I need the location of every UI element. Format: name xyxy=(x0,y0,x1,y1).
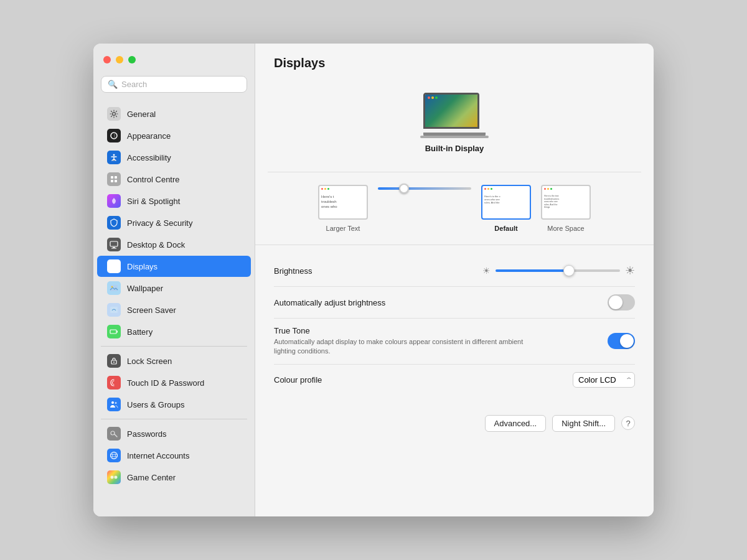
siri-icon xyxy=(107,194,121,208)
battery-icon xyxy=(107,325,121,338)
brightness-control: ☀ ☀ xyxy=(482,264,635,278)
svg-rect-16 xyxy=(110,307,118,313)
auto-brightness-toggle[interactable] xyxy=(608,294,635,310)
sidebar-item-control-centre[interactable]: Control Centre xyxy=(97,169,251,190)
true-tone-toggle[interactable] xyxy=(608,333,635,349)
screensaver-icon xyxy=(107,303,121,317)
sidebar-item-label: Lock Screen xyxy=(127,357,172,366)
help-button[interactable]: ? xyxy=(621,416,635,430)
titlebar xyxy=(93,44,255,76)
sidebar-item-internet[interactable]: Internet Accounts xyxy=(97,445,251,466)
res-option-default[interactable]: Here's to the cones who seerules. And th… xyxy=(481,185,531,232)
brightness-low-icon: ☀ xyxy=(482,266,491,276)
sidebar-item-battery[interactable]: Battery xyxy=(97,321,251,342)
sidebar: 🔍 General Appearance xyxy=(93,44,255,516)
nav-list: General Appearance Accessibility xyxy=(93,100,255,491)
sidebar-item-label: Control Centre xyxy=(127,175,180,184)
sidebar-item-label: Siri & Spotlight xyxy=(127,197,180,206)
desktop-icon xyxy=(107,238,121,251)
sidebar-item-desktop[interactable]: Desktop & Dock xyxy=(97,234,251,255)
brightness-slider[interactable] xyxy=(496,269,620,272)
sidebar-item-appearance[interactable]: Appearance xyxy=(97,125,251,146)
res-slider-container xyxy=(378,187,471,190)
advanced-button[interactable]: Advanced... xyxy=(485,415,547,432)
svg-rect-14 xyxy=(110,285,118,291)
svg-point-22 xyxy=(111,401,114,404)
sidebar-item-label: Passwords xyxy=(127,429,167,439)
sidebar-item-displays[interactable]: Displays xyxy=(97,256,251,277)
search-box[interactable]: 🔍 xyxy=(101,76,247,93)
svg-rect-18 xyxy=(117,331,118,333)
brightness-label: Brightness xyxy=(274,266,312,276)
sidebar-item-privacy[interactable]: Privacy & Security xyxy=(97,212,251,233)
true-tone-row: True Tone Automatically adapt display to… xyxy=(274,319,635,365)
main-content: Displays Built-in Display xyxy=(255,44,654,516)
password-icon xyxy=(107,427,121,441)
colour-profile-select[interactable]: Color LCD sRGB Display P3 AdobeRGB xyxy=(573,372,635,388)
sidebar-item-label: Privacy & Security xyxy=(127,218,192,228)
res-option-more-space[interactable]: Here is the texttroubleshootersones who … xyxy=(541,185,591,232)
brightness-row: Brightness ☀ ☀ xyxy=(274,255,635,287)
sidebar-item-siri[interactable]: Siri & Spotlight xyxy=(97,190,251,212)
appearance-icon xyxy=(107,129,121,142)
res-preview-default: Here's to the cones who seerules. And th… xyxy=(481,185,531,220)
search-input[interactable] xyxy=(121,80,240,89)
colour-profile-row: Colour profile Color LCD sRGB Display P3… xyxy=(274,365,635,395)
resolution-slider[interactable] xyxy=(378,187,471,190)
svg-rect-3 xyxy=(111,176,113,179)
svg-rect-11 xyxy=(113,269,115,270)
svg-rect-6 xyxy=(115,180,117,182)
users-icon xyxy=(107,398,121,411)
sidebar-item-users[interactable]: Users & Groups xyxy=(97,394,251,415)
game-icon xyxy=(107,470,121,484)
lock-icon xyxy=(107,354,121,368)
gear-icon xyxy=(107,107,121,121)
svg-rect-8 xyxy=(113,247,115,248)
sidebar-item-wallpaper[interactable]: Wallpaper xyxy=(97,278,251,299)
res-label-more: More Space xyxy=(547,225,584,232)
sidebar-item-touchid[interactable]: Touch ID & Password xyxy=(97,372,251,393)
sidebar-item-accessibility[interactable]: Accessibility xyxy=(97,147,251,168)
sidebar-item-label: Appearance xyxy=(127,131,171,141)
settings-section: Brightness ☀ ☀ Automatically adjust brig… xyxy=(255,245,654,405)
svg-point-29 xyxy=(111,476,114,479)
res-preview-larger: Here's ttroubleshones who xyxy=(318,185,368,220)
res-preview-more: Here is the texttroubleshootersones who … xyxy=(541,185,591,220)
night-shift-button[interactable]: Night Shift... xyxy=(552,415,615,432)
auto-brightness-row: Automatically adjust brightness xyxy=(274,287,635,319)
sidebar-item-label: Internet Accounts xyxy=(127,451,189,460)
brightness-high-icon: ☀ xyxy=(625,264,635,278)
control-icon xyxy=(107,172,121,186)
bottom-buttons: Advanced... Night Shift... ? xyxy=(255,405,654,447)
maximize-button[interactable] xyxy=(128,56,136,63)
svg-rect-7 xyxy=(110,241,118,246)
page-title: Displays xyxy=(255,44,654,80)
display-label: Built-in Display xyxy=(425,144,484,153)
svg-rect-4 xyxy=(115,176,117,179)
divider xyxy=(101,346,247,347)
colour-profile-select-wrapper: Color LCD sRGB Display P3 AdobeRGB xyxy=(573,372,635,388)
sidebar-item-general[interactable]: General xyxy=(97,103,251,124)
wallpaper-icon xyxy=(107,281,121,295)
sidebar-item-screensaver[interactable]: Screen Saver xyxy=(97,299,251,320)
sidebar-item-label: Battery xyxy=(127,327,153,337)
sidebar-item-passwords[interactable]: Passwords xyxy=(97,423,251,444)
resolution-section: Here's ttroubleshones who Larger Text xyxy=(255,172,654,245)
sidebar-item-label: Desktop & Dock xyxy=(127,240,185,250)
search-icon: 🔍 xyxy=(108,80,118,89)
true-tone-sublabel: Automatically adapt display to make colo… xyxy=(274,337,535,357)
sidebar-item-gamecenter[interactable]: Game Center xyxy=(97,467,251,488)
res-option-larger-text[interactable]: Here's ttroubleshones who Larger Text xyxy=(318,185,368,232)
svg-rect-19 xyxy=(111,330,115,333)
display-preview: Built-in Display xyxy=(268,80,641,172)
auto-brightness-label: Automatically adjust brightness xyxy=(274,298,385,307)
sidebar-item-label: Game Center xyxy=(127,473,176,482)
minimize-button[interactable] xyxy=(116,56,123,63)
sidebar-item-label: Touch ID & Password xyxy=(127,378,204,388)
sidebar-item-label: Screen Saver xyxy=(127,306,176,315)
laptop-screen xyxy=(423,93,479,129)
internet-icon xyxy=(107,449,121,462)
close-button[interactable] xyxy=(103,56,111,63)
sidebar-item-lockscreen[interactable]: Lock Screen xyxy=(97,350,251,371)
svg-point-23 xyxy=(115,402,117,404)
